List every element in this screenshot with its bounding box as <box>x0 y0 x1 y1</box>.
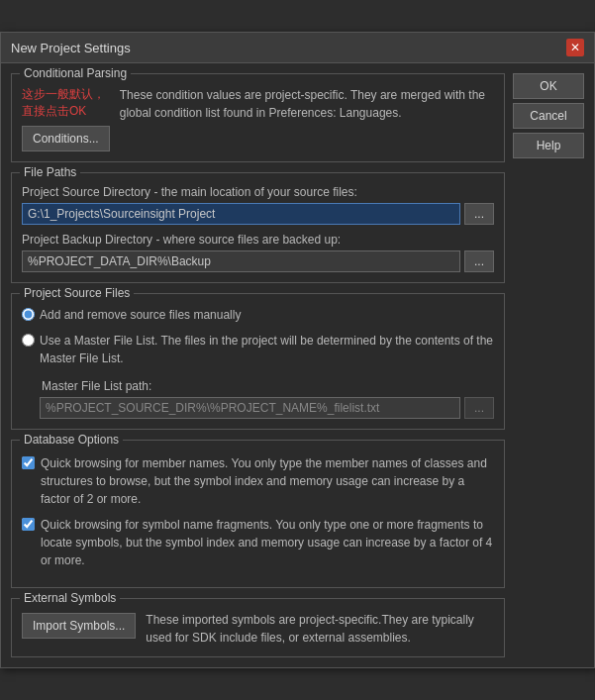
external-symbols-label: External Symbols <box>20 591 120 605</box>
project-source-files-label: Project Source Files <box>20 286 134 300</box>
new-project-settings-dialog: New Project Settings ✕ Conditional Parsi… <box>0 32 595 668</box>
backup-dir-input[interactable] <box>22 250 460 272</box>
project-source-files-section: Project Source Files Add and remove sour… <box>11 293 505 430</box>
help-button[interactable]: Help <box>513 133 584 158</box>
close-button[interactable]: ✕ <box>566 39 584 56</box>
radio-manual[interactable] <box>22 308 35 321</box>
import-symbols-button[interactable]: Import Symbols... <box>22 613 136 639</box>
conditional-hint-text: These condition values are project-speci… <box>120 86 494 122</box>
master-file-label: Master File List path: <box>42 379 494 393</box>
title-bar: New Project Settings ✕ <box>1 33 594 63</box>
checkbox-item-1: Quick browsing for member names. You onl… <box>22 454 494 508</box>
main-content: Conditional Parsing 这步一般默认，直接点击OK Condit… <box>11 73 505 657</box>
side-buttons: OK Cancel Help <box>513 73 584 657</box>
dialog-title: New Project Settings <box>11 41 131 55</box>
checkbox-symbol-label: Quick browsing for symbol name fragments… <box>41 516 494 569</box>
source-dir-input[interactable] <box>22 203 460 225</box>
database-options-section: Database Options Quick browsing for memb… <box>11 440 505 588</box>
master-file-section: Master File List path: ... <box>40 379 494 419</box>
dialog-body: Conditional Parsing 这步一般默认，直接点击OK Condit… <box>1 63 594 667</box>
source-dir-browse-button[interactable]: ... <box>464 203 494 225</box>
radio-group: Add and remove source files manually Use… <box>22 302 494 419</box>
radio-manual-label: Add and remove source files manually <box>40 306 241 324</box>
master-file-browse-button[interactable]: ... <box>464 397 494 419</box>
conditional-parsing-section: Conditional Parsing 这步一般默认，直接点击OK Condit… <box>11 73 505 162</box>
ok-button[interactable]: OK <box>513 73 584 99</box>
master-file-input[interactable] <box>40 397 460 419</box>
checkbox-symbol-fragments[interactable] <box>22 518 35 531</box>
master-file-row: ... <box>40 397 494 419</box>
checkbox-member-label: Quick browsing for member names. You onl… <box>41 454 494 508</box>
conditional-row: 这步一般默认，直接点击OK Conditions... These condit… <box>22 82 494 151</box>
external-symbols-hint: These imported symbols are project-speci… <box>146 611 494 647</box>
import-row: Import Symbols... These imported symbols… <box>22 607 494 647</box>
backup-dir-row: ... <box>22 250 494 272</box>
conditions-button[interactable]: Conditions... <box>22 126 110 151</box>
checkbox-member-names[interactable] <box>22 456 35 469</box>
backup-dir-label: Project Backup Directory - where source … <box>22 233 494 247</box>
source-dir-label: Project Source Directory - the main loca… <box>22 185 494 199</box>
cancel-button[interactable]: Cancel <box>513 103 584 129</box>
hint-red-text: 这步一般默认，直接点击OK <box>22 86 110 120</box>
database-options-label: Database Options <box>20 433 123 447</box>
checkbox-item-2: Quick browsing for symbol name fragments… <box>22 516 494 569</box>
radio-item-master: Use a Master File List. The files in the… <box>22 332 494 367</box>
conditional-parsing-label: Conditional Parsing <box>20 66 131 80</box>
radio-master[interactable] <box>22 334 35 347</box>
file-paths-section: File Paths Project Source Directory - th… <box>11 172 505 283</box>
radio-item-manual: Add and remove source files manually <box>22 306 494 324</box>
radio-master-label: Use a Master File List. The files in the… <box>40 332 494 367</box>
source-dir-row: ... <box>22 203 494 225</box>
backup-dir-browse-button[interactable]: ... <box>464 250 494 272</box>
file-paths-label: File Paths <box>20 165 80 179</box>
external-symbols-section: External Symbols Import Symbols... These… <box>11 598 505 657</box>
